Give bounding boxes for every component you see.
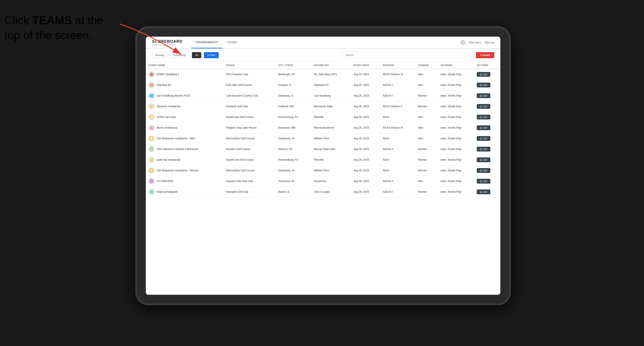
edit-btn[interactable]: Edit	[477, 158, 490, 162]
cell-gender: Men	[416, 176, 438, 187]
cell-actions: Edit	[474, 123, 500, 133]
team-logo	[148, 125, 154, 131]
cell-event-name: V VU PREVIEW	[146, 176, 223, 187]
team-logo: WP	[148, 168, 154, 173]
cell-division: NJCAA I	[380, 80, 416, 90]
tab-teams[interactable]: TEAMS	[223, 37, 241, 48]
cell-actions: Edit	[474, 176, 500, 187]
edit-btn[interactable]: Edit	[477, 147, 490, 152]
cell-start-date: Aug 28, 2023	[351, 123, 380, 133]
cell-start-date: Aug 26, 2023	[351, 90, 380, 101]
cell-city-state: Prestonsburg, KY	[275, 112, 311, 123]
cell-scoring: team, Stroke Play	[438, 144, 474, 155]
cell-city-state: Oskaloosa, IA	[275, 133, 311, 144]
cell-city-state: Oskaloosa, IA	[275, 165, 311, 176]
edit-icon	[480, 159, 482, 161]
cell-city-state: Newburgh, NY	[275, 69, 311, 80]
cell-venue: Edmundson Golf Course	[223, 133, 275, 144]
table-row: UPKE Fall Invite StoneCrest Golf Course …	[146, 112, 500, 123]
cell-event-name: UPKE Fall Invite	[146, 112, 223, 123]
edit-icon	[480, 95, 482, 97]
table-row: MSMC Qualifying 1 The Powelton Club Newb…	[146, 69, 500, 80]
edit-btn[interactable]: Edit	[477, 189, 490, 194]
cell-scoring: team, Stroke Play	[438, 80, 474, 90]
cell-gender: Women	[416, 90, 438, 101]
cell-hosted-by: William Penn	[311, 133, 351, 144]
cell-event-name: MU 2023 Women's Hesston Fall Kickoff	[146, 144, 223, 155]
event-name-text: Klash at Kokopelli	[157, 190, 178, 193]
logo-area: SCOREBOARD Powered by clippit	[152, 39, 182, 46]
cell-start-date: Aug 28, 2023	[351, 133, 380, 144]
table-row: Carl Sandburg Women FA23 Lake Bracken Co…	[146, 90, 500, 101]
col-division: DIVISION	[380, 62, 416, 69]
settings-icon[interactable]	[460, 40, 465, 45]
edit-btn[interactable]: Edit	[477, 125, 490, 130]
hosting-filter-btn[interactable]: Hosting	[152, 52, 168, 58]
team-logo	[148, 157, 154, 163]
table-row: upike fall invitational StoneCrest Golf …	[146, 155, 500, 165]
table-row: WP Fall Statesmen Invitational - Women E…	[146, 165, 500, 176]
header-right: Test User | Sign out	[460, 40, 494, 45]
cell-venue: Kokopelli Golf Club	[223, 187, 275, 197]
cell-scoring: team, Stroke Play	[438, 133, 474, 144]
col-actions: ACTIONS	[474, 62, 500, 69]
event-name-text: MSMC Qualifying 1	[157, 73, 179, 76]
col-hosted-by: HOSTED BY	[311, 62, 351, 69]
cell-venue: Cypress Hills Golf Club	[223, 176, 275, 187]
cell-division: NAIA	[380, 165, 416, 176]
edit-btn[interactable]: Edit	[477, 72, 490, 77]
edit-btn[interactable]: Edit	[477, 136, 490, 141]
edit-btn[interactable]: Edit	[477, 83, 490, 87]
cell-start-date: Aug 28, 2023	[351, 112, 380, 123]
edit-btn[interactable]: Edit	[477, 93, 490, 98]
filter-btn[interactable]: ≡ Filter	[204, 52, 219, 58]
app-header: SCOREBOARD Powered by clippit TOURNAMENT…	[146, 37, 500, 49]
edit-btn[interactable]: Edit	[477, 168, 490, 173]
cell-gender: Women	[416, 155, 438, 165]
logo-title: SCOREBOARD	[152, 39, 182, 44]
col-city-state: CITY, STATE	[275, 62, 311, 69]
all-filter-btn[interactable]: All	[192, 52, 201, 58]
edit-btn[interactable]: Edit	[477, 179, 490, 183]
cell-city-state: Vincennes, IN	[275, 176, 311, 187]
svg-text:H: H	[151, 84, 152, 86]
svg-text:MU: MU	[150, 149, 153, 151]
edit-icon	[480, 116, 482, 118]
create-btn[interactable]: + Create	[476, 52, 494, 58]
tab-tournaments[interactable]: TOURNAMENTS	[191, 37, 222, 48]
competing-filter-btn[interactable]: Competing	[170, 52, 189, 58]
cell-event-name: K Klash at Kokopelli	[146, 187, 223, 197]
edit-icon	[480, 191, 482, 193]
cell-scoring: team, Stroke Play	[438, 101, 474, 112]
cell-division: NCAA Division III	[380, 123, 416, 133]
cell-start-date: Aug 25, 2023	[351, 80, 380, 90]
cell-division: NJCAA I	[380, 90, 416, 101]
svg-point-1	[462, 42, 464, 43]
table-header-row: EVENT NAME VENUE CITY, STATE HOSTED BY S…	[146, 62, 500, 69]
cell-city-state: Faribault, MN	[275, 101, 311, 112]
table-row: K Klash at Kokopelli Kokopelli Golf Club…	[146, 187, 500, 197]
search-box	[342, 52, 473, 58]
event-name-text: Fall Statesmen Invitational - Men	[157, 137, 195, 140]
cell-event-name: MSMC Qualifying 1	[146, 69, 223, 80]
col-event-name: EVENT NAME	[146, 62, 223, 69]
cell-venue: StoneCrest Golf Course	[223, 155, 275, 165]
cell-venue: The Powelton Club	[223, 69, 275, 80]
cell-event-name: Maverick Invitational	[146, 101, 223, 112]
team-logo	[148, 93, 154, 99]
cell-city-state: Hesston, KS	[275, 144, 311, 155]
edit-btn[interactable]: Edit	[477, 104, 490, 109]
team-logo	[148, 71, 154, 77]
edit-icon	[480, 127, 482, 129]
edit-btn[interactable]: Edit	[477, 115, 490, 120]
cell-division: NJCAA II	[380, 144, 416, 155]
cell-actions: Edit	[474, 90, 500, 101]
cell-event-name: Morris Invitational	[146, 123, 223, 133]
search-input[interactable]	[342, 52, 473, 58]
cell-city-state: Galesburg, IL	[275, 90, 311, 101]
cell-hosted-by: Vincennes	[311, 176, 351, 187]
sign-out-link[interactable]: Sign out	[485, 41, 494, 44]
cell-gender: Men	[416, 123, 438, 133]
cell-gender: Men	[416, 133, 438, 144]
logo-subtitle: Powered by clippit	[152, 44, 182, 46]
